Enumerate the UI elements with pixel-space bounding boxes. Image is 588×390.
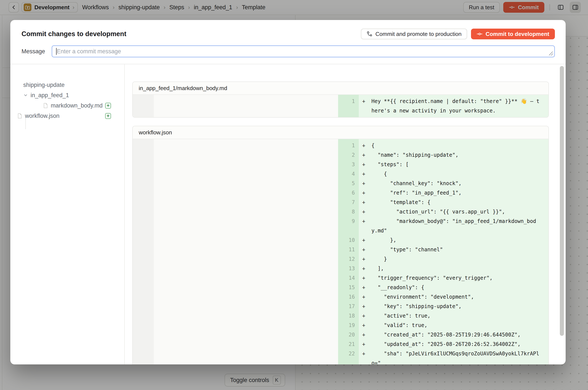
diff-line-added: 3+ "steps": [ [338, 160, 548, 169]
diff-plus-sign: + [359, 254, 372, 264]
code-text: Hey **{{ recipient.name | default: "ther… [372, 97, 548, 115]
message-placeholder: Enter a commit message [57, 48, 121, 55]
commit-message-input[interactable]: Enter a commit message [52, 45, 555, 57]
diff-line-added: 9+ "markdown_body@": "in_app_feed_1/mark… [338, 216, 548, 236]
diff-new-side: 1+{2+ "name": "shipping-update",3+ "step… [338, 139, 548, 364]
scrollbar-thumb[interactable] [560, 66, 564, 336]
code-text: "active": true, [372, 311, 548, 321]
diff-line-added: 12+ } [338, 254, 548, 264]
tree-folder-label: in_app_feed_1 [31, 92, 69, 99]
diff-line-added: 14+ "trigger_frequency": "every_trigger"… [338, 273, 548, 283]
line-number: 17 [338, 302, 359, 311]
commit-dialog: Commit changes to development Commit and… [10, 20, 566, 364]
code-text: { [372, 169, 548, 179]
code-text: }, [372, 236, 548, 245]
code-text: "ref": "in_app_feed_1", [372, 188, 548, 197]
line-number: 11 [338, 245, 359, 254]
diff-line-added: 20+ "created_at": "2025-08-25T19:29:46.6… [338, 330, 548, 340]
line-number: 3 [338, 160, 359, 169]
resize-handle[interactable] [549, 51, 553, 55]
diff-line-added: 16+ "environment": "development", [338, 292, 548, 302]
line-number: 18 [338, 311, 359, 321]
diff-line-added: 17+ "key": "shipping-update", [338, 302, 548, 311]
tree-root[interactable]: shipping-update [23, 80, 124, 90]
tree-file-markdown_body[interactable]: markdown_body.md + [23, 100, 124, 111]
diff-plus-sign: + [359, 340, 372, 349]
diff-plus-sign: + [359, 330, 372, 340]
text-caret [56, 48, 56, 55]
diff-line-added: 10+ }, [338, 236, 548, 245]
diff-line-added: 5+ "channel_key": "knock", [338, 179, 548, 188]
diff-filename: in_app_feed_1/markdown_body.md [133, 82, 548, 95]
tree-file-label: workflow.json [25, 113, 59, 119]
code-text: "created_at": "2025-08-25T19:29:46.64450… [372, 330, 548, 340]
line-number: 20 [338, 330, 359, 340]
code-text: "type": "channel" [372, 245, 548, 254]
diff-plus-sign: + [359, 97, 372, 115]
diff-plus-sign: + [359, 264, 372, 273]
line-number: 4 [338, 169, 359, 179]
tree-root-label: shipping-update [23, 82, 64, 88]
code-text: "environment": "development", [372, 292, 548, 302]
diff-line-added: 22+ "sha": "pJeLVir6xIlUCMGqs9qroZoUAVDS… [338, 349, 548, 364]
line-number: 14 [338, 273, 359, 283]
diff-line-added: 8+ "action_url": "{{ vars.app_url }}", [338, 207, 548, 216]
commit-dialog-header: Commit changes to development Commit and… [10, 20, 566, 64]
diff-body: 1+{2+ "name": "shipping-update",3+ "step… [133, 139, 548, 364]
diff-line-added: 21+ "updated_at": "2025-08-26T20:26:52.3… [338, 340, 548, 349]
code-text: "valid": true, [372, 321, 548, 330]
code-text: "trigger_frequency": "every_trigger", [372, 273, 548, 283]
code-text: { [372, 141, 548, 150]
diff-card-workflow.json: workflow.json1+{2+ "name": "shipping-upd… [132, 126, 549, 364]
line-number: 15 [338, 283, 359, 292]
diff-old-side [133, 95, 338, 117]
diff-new-side: 1+Hey **{{ recipient.name | default: "th… [338, 95, 548, 117]
diff-line-added: 13+ ], [338, 264, 548, 273]
line-number: 9 [338, 216, 359, 236]
promote-icon [367, 31, 373, 37]
diff-filename: workflow.json [133, 126, 548, 139]
code-text: "key": "shipping-update", [372, 302, 548, 311]
screen: Development › Workflows›shipping-update›… [0, 0, 588, 390]
diff-plus-sign: + [359, 292, 372, 302]
commit-to-development-button[interactable]: Commit to development [471, 29, 555, 39]
commit-and-promote-button[interactable]: Commit and promote to production [361, 29, 467, 39]
code-text: "action_url": "{{ vars.app_url }}", [372, 207, 548, 216]
diff-line-added: 19+ "valid": true, [338, 321, 548, 330]
code-text: "steps": [ [372, 160, 548, 169]
tree-connector-line [25, 117, 26, 129]
line-number: 21 [338, 340, 359, 349]
line-number: 10 [338, 236, 359, 245]
line-number: 22 [338, 349, 359, 364]
diff-plus-sign: + [359, 141, 372, 150]
chevron-down-icon [23, 93, 28, 98]
line-number: 13 [338, 264, 359, 273]
message-label: Message [21, 48, 52, 55]
code-text: "channel_key": "knock", [372, 179, 548, 188]
code-text: ], [372, 264, 548, 273]
diff-plus-sign: + [359, 321, 372, 330]
line-number: 12 [338, 254, 359, 264]
diff-body: 1+Hey **{{ recipient.name | default: "th… [133, 95, 548, 117]
diff-plus-sign: + [359, 273, 372, 283]
file-added-badge: + [105, 113, 111, 119]
diff-plus-sign: + [359, 169, 372, 179]
diff-plus-sign: + [359, 311, 372, 321]
commit-to-development-label: Commit to development [486, 31, 549, 37]
tree-folder-in_app_feed_1[interactable]: in_app_feed_1 [23, 90, 124, 100]
tree-file-workflow_json[interactable]: workflow.json + [23, 111, 124, 121]
diff-line-added: 1+{ [338, 141, 548, 150]
changed-files-tree: shipping-update in_app_feed_1 markdown_b… [10, 64, 125, 364]
diff-plus-sign: + [359, 283, 372, 292]
diff-plus-sign: + [359, 216, 372, 236]
dialog-actions: Commit and promote to production Commit … [361, 29, 555, 39]
diff-plus-sign: + [359, 302, 372, 311]
line-number: 5 [338, 179, 359, 188]
diff-plus-sign: + [359, 236, 372, 245]
diff-card-in_app_feed_1/markdown_body.md: in_app_feed_1/markdown_body.md1+Hey **{{… [132, 82, 549, 118]
code-text: "markdown_body@": "in_app_feed_1/markdow… [372, 216, 548, 236]
line-number: 16 [338, 292, 359, 302]
diff-line-added: 1+Hey **{{ recipient.name | default: "th… [338, 97, 548, 115]
diff-plus-sign: + [359, 245, 372, 254]
line-number: 7 [338, 197, 359, 207]
